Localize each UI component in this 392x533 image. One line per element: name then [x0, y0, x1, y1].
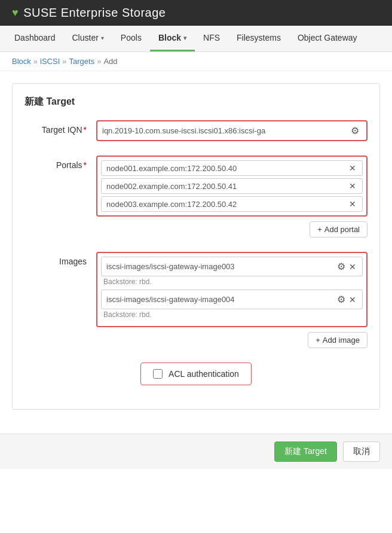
portals-field: node001.example.com:172.200.50.40 node00… — [96, 156, 368, 237]
form-card: 新建 Target Target IQN* Portals* — [12, 83, 380, 410]
portal-text-1: node002.example.com:172.200.50.41 — [106, 182, 348, 191]
portals-row: Portals* node001.example.com:172.200.50.… — [24, 156, 368, 237]
target-iqn-label: Target IQN* — [24, 120, 96, 135]
nav-object-gateway[interactable]: Object Gateway — [289, 26, 366, 51]
add-image-container: + Add image — [96, 327, 368, 348]
target-iqn-field — [96, 120, 368, 141]
chevron-down-icon: ▾ — [101, 35, 104, 41]
nav-block-label: Block — [158, 33, 181, 42]
nav-cluster[interactable]: Cluster ▾ — [64, 26, 112, 51]
image-gear-button-0[interactable] — [335, 260, 348, 273]
nav-object-gateway-label: Object Gateway — [298, 33, 357, 42]
chevron-down-icon: ▾ — [183, 35, 186, 41]
portal-remove-button-2[interactable] — [348, 199, 357, 209]
image-row-1: iscsi-images/iscsi-gateway-image004 — [101, 290, 363, 309]
image-remove-button-0[interactable] — [348, 262, 357, 272]
acl-box: ACL authentication — [140, 363, 252, 385]
add-image-button[interactable]: + Add image — [308, 332, 368, 348]
app-header: ♥ SUSE Enterprise Storage — [0, 0, 392, 26]
nav-nfs[interactable]: NFS — [195, 26, 228, 51]
nav-dashboard-label: Dashboard — [14, 33, 56, 42]
breadcrumb-block[interactable]: Block — [12, 57, 31, 66]
gear-icon — [337, 294, 345, 304]
portal-remove-button-1[interactable] — [348, 181, 357, 191]
close-icon — [349, 262, 356, 272]
breadcrumb-sep-3: » — [97, 57, 101, 66]
portal-row-1: node002.example.com:172.200.50.41 — [101, 178, 363, 194]
backstore-label-1: Backstore: rbd. — [103, 310, 363, 319]
acl-checkbox[interactable] — [153, 369, 163, 379]
add-portal-container: + Add portal — [96, 217, 368, 237]
images-box: iscsi-images/iscsi-gateway-image003 Back… — [96, 252, 368, 327]
image-row-0: iscsi-images/iscsi-gateway-image003 — [101, 257, 363, 276]
portal-row-0: node001.example.com:172.200.50.40 — [101, 160, 363, 176]
logo-icon: ♥ — [12, 7, 19, 19]
navbar: Dashboard Cluster ▾ Pools Block ▾ NFS Fi… — [0, 26, 392, 52]
portals-box: node001.example.com:172.200.50.40 node00… — [96, 156, 368, 217]
app-title: SUSE Enterprise Storage — [23, 6, 166, 20]
add-portal-label: Add portal — [324, 225, 360, 234]
image-text-0: iscsi-images/iscsi-gateway-image003 — [106, 262, 335, 271]
gear-icon — [351, 126, 359, 136]
nav-dashboard[interactable]: Dashboard — [6, 26, 64, 51]
target-iqn-box — [96, 120, 368, 141]
acl-row: ACL authentication — [24, 363, 368, 385]
target-iqn-input[interactable] — [102, 126, 348, 135]
images-field: iscsi-images/iscsi-gateway-image003 Back… — [96, 252, 368, 348]
images-row: Images iscsi-images/iscsi-gateway-image0… — [24, 252, 368, 348]
nav-cluster-label: Cluster — [72, 33, 99, 42]
backstore-label-0: Backstore: rbd. — [103, 278, 363, 286]
breadcrumb-targets[interactable]: Targets — [69, 57, 95, 66]
portal-remove-button-0[interactable] — [348, 163, 357, 173]
close-icon — [349, 199, 356, 209]
portals-label: Portals* — [24, 156, 96, 170]
nav-nfs-label: NFS — [203, 33, 220, 42]
portal-text-2: node003.example.com:172.200.50.42 — [106, 200, 348, 209]
breadcrumb-iscsi[interactable]: iSCSI — [40, 57, 60, 66]
image-remove-button-1[interactable] — [348, 295, 357, 304]
portal-text-0: node001.example.com:172.200.50.40 — [106, 164, 348, 173]
nav-block[interactable]: Block ▾ — [150, 26, 195, 51]
nav-filesystems[interactable]: Filesystems — [228, 26, 289, 51]
breadcrumb-sep-1: » — [33, 57, 38, 66]
main-content: 新建 Target Target IQN* Portals* — [0, 71, 392, 422]
target-iqn-gear-button[interactable] — [348, 124, 362, 138]
portal-row-2: node003.example.com:172.200.50.42 — [101, 196, 363, 212]
breadcrumb-sep-2: » — [62, 57, 66, 66]
images-label: Images — [24, 252, 96, 266]
nav-filesystems-label: Filesystems — [237, 33, 281, 42]
plus-icon: + — [317, 225, 322, 234]
nav-pools-label: Pools — [121, 33, 142, 42]
cancel-button[interactable]: 取消 — [343, 441, 380, 462]
plus-icon: + — [316, 336, 320, 345]
add-image-label: Add image — [323, 336, 360, 345]
form-title: 新建 Target — [24, 96, 368, 108]
nav-pools[interactable]: Pools — [112, 26, 150, 51]
target-iqn-row: Target IQN* — [24, 120, 368, 141]
gear-icon — [337, 261, 345, 272]
image-text-1: iscsi-images/iscsi-gateway-image004 — [106, 295, 335, 304]
close-icon — [349, 163, 356, 173]
submit-button[interactable]: 新建 Target — [274, 441, 337, 462]
breadcrumb: Block » iSCSI » Targets » Add — [0, 52, 392, 71]
footer: 新建 Target 取消 — [0, 434, 392, 469]
image-gear-button-1[interactable] — [335, 293, 348, 306]
close-icon — [349, 295, 356, 304]
breadcrumb-current: Add — [103, 57, 117, 66]
acl-label: ACL authentication — [169, 369, 239, 379]
close-icon — [349, 181, 356, 191]
add-portal-button[interactable]: + Add portal — [310, 221, 368, 237]
